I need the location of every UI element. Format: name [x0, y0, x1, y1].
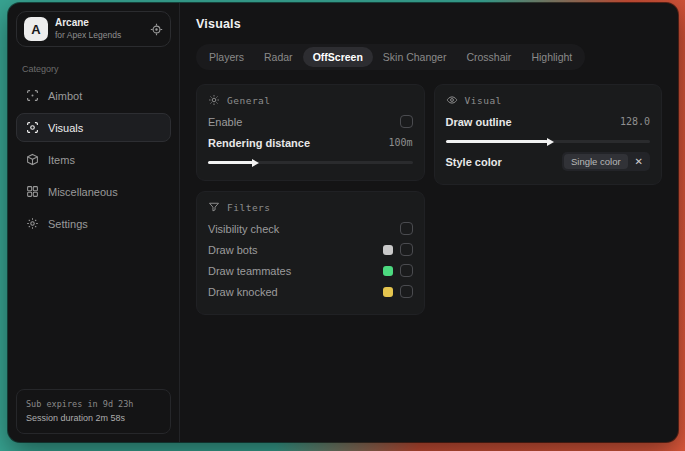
- draw-teammates-label: Draw teammates: [208, 265, 291, 277]
- sub-expires-text: Sub expires in 9d 23h: [26, 397, 161, 411]
- box-icon: [26, 153, 39, 166]
- sun-icon: [208, 94, 220, 106]
- style-color-label: Style color: [446, 156, 502, 168]
- app-window: A Arcane for Apex Legends Category: [8, 3, 678, 442]
- tab-players[interactable]: Players: [199, 47, 254, 67]
- sidebar-item-label: Visuals: [48, 122, 83, 134]
- funnel-icon: [208, 201, 220, 213]
- enable-label: Enable: [208, 116, 242, 128]
- visibility-check-checkbox[interactable]: [400, 222, 413, 235]
- draw-teammates-color-swatch[interactable]: [383, 266, 393, 276]
- sidebar-item-label: Aimbot: [48, 90, 82, 102]
- draw-bots-label: Draw bots: [208, 244, 258, 256]
- draw-knocked-label: Draw knocked: [208, 286, 278, 298]
- app-name: Arcane: [55, 17, 121, 30]
- draw-outline-value: 128.0: [620, 116, 650, 127]
- category-label: Category: [22, 64, 165, 74]
- sidebar-item-label: Miscellaneous: [48, 186, 118, 198]
- sidebar-item-settings[interactable]: Settings: [16, 209, 171, 238]
- sidebar-item-aimbot[interactable]: Aimbot: [16, 81, 171, 110]
- crosshair-icon: [26, 89, 39, 102]
- style-color-tag[interactable]: Single color: [564, 154, 628, 169]
- tab-highlight[interactable]: Highlight: [521, 47, 582, 67]
- app-logo: A: [24, 17, 48, 41]
- sidebar: A Arcane for Apex Legends Category: [8, 3, 180, 442]
- draw-teammates-row: Draw teammates: [208, 260, 413, 281]
- app-header-card: A Arcane for Apex Legends: [16, 11, 171, 47]
- eye-scan-icon: [26, 121, 39, 134]
- sidebar-item-items[interactable]: Items: [16, 145, 171, 174]
- grid-icon: [26, 185, 39, 198]
- tab-offscreen[interactable]: OffScreen: [303, 47, 373, 67]
- eye-icon: [446, 94, 458, 106]
- rendering-distance-slider[interactable]: [208, 158, 413, 167]
- tab-skin-changer[interactable]: Skin Changer: [373, 47, 457, 67]
- tab-crosshair[interactable]: Crosshair: [456, 47, 521, 67]
- session-duration-text: Session duration 2m 58s: [26, 411, 161, 426]
- enable-checkbox[interactable]: [400, 115, 413, 128]
- sidebar-item-miscellaneous[interactable]: Miscellaneous: [16, 177, 171, 206]
- main-panel: Visuals Players Radar OffScreen Skin Cha…: [180, 3, 678, 442]
- filters-panel-title: Filters: [227, 202, 271, 213]
- sidebar-item-visuals[interactable]: Visuals: [16, 113, 171, 142]
- page-title: Visuals: [196, 17, 662, 31]
- visual-panel-title: Visual: [465, 95, 502, 106]
- draw-knocked-row: Draw knocked: [208, 281, 413, 302]
- draw-knocked-checkbox[interactable]: [400, 285, 413, 298]
- draw-outline-row: Draw outline 128.0: [446, 111, 651, 132]
- left-column: General Enable Rendering distance 100m: [196, 84, 425, 315]
- rendering-distance-label: Rendering distance: [208, 137, 310, 149]
- general-panel: General Enable Rendering distance 100m: [196, 84, 425, 181]
- sidebar-item-label: Settings: [48, 218, 88, 230]
- right-column: Visual Draw outline 128.0 Style color Si…: [434, 84, 663, 185]
- style-color-select[interactable]: Single color ✕: [562, 152, 650, 171]
- draw-bots-color-swatch[interactable]: [383, 245, 393, 255]
- app-subtitle: for Apex Legends: [55, 30, 121, 41]
- tab-bar: Players Radar OffScreen Skin Changer Cro…: [196, 44, 585, 70]
- rendering-distance-value: 100m: [388, 137, 412, 148]
- draw-outline-label: Draw outline: [446, 116, 512, 128]
- slider-thumb[interactable]: [547, 138, 554, 146]
- general-panel-title: General: [227, 95, 271, 106]
- draw-teammates-checkbox[interactable]: [400, 264, 413, 277]
- visibility-check-label: Visibility check: [208, 223, 279, 235]
- enable-row: Enable: [208, 111, 413, 132]
- slider-thumb[interactable]: [252, 159, 259, 167]
- visibility-check-row: Visibility check: [208, 218, 413, 239]
- draw-knocked-color-swatch[interactable]: [383, 287, 393, 297]
- filters-panel: Filters Visibility check Draw bots Draw …: [196, 191, 425, 315]
- sidebar-item-label: Items: [48, 154, 75, 166]
- draw-outline-slider[interactable]: [446, 137, 651, 146]
- draw-bots-row: Draw bots: [208, 239, 413, 260]
- target-icon[interactable]: [150, 23, 163, 36]
- gear-icon: [26, 217, 39, 230]
- content-area: General Enable Rendering distance 100m: [196, 84, 662, 315]
- subscription-card: Sub expires in 9d 23h Session duration 2…: [16, 389, 171, 434]
- close-icon[interactable]: ✕: [635, 157, 643, 167]
- rendering-distance-row: Rendering distance 100m: [208, 132, 413, 153]
- tab-radar[interactable]: Radar: [254, 47, 303, 67]
- visual-panel: Visual Draw outline 128.0 Style color Si…: [434, 84, 663, 185]
- style-color-row: Style color Single color ✕: [446, 151, 651, 172]
- draw-bots-checkbox[interactable]: [400, 243, 413, 256]
